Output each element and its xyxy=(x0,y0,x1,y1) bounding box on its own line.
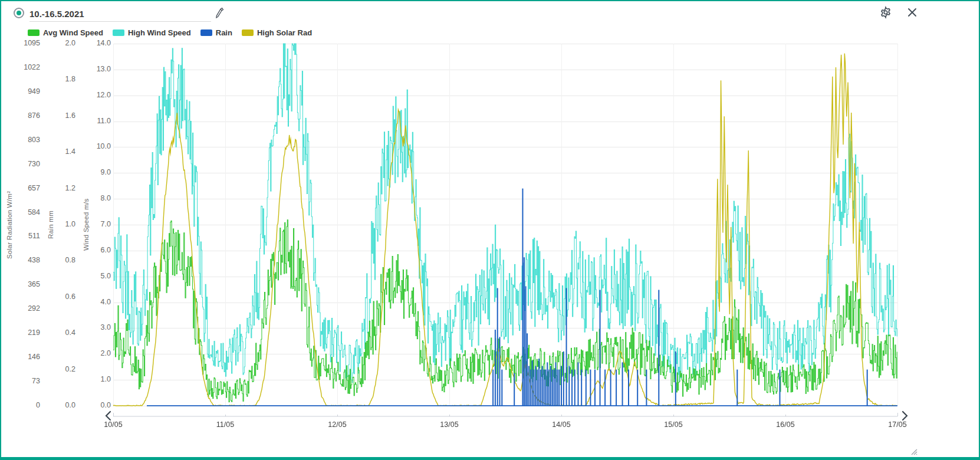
chevron-right-icon[interactable] xyxy=(900,410,909,421)
x-tick-label: 12/05 xyxy=(328,420,346,429)
x-tick-label: 11/05 xyxy=(216,420,234,429)
chart-plot-area[interactable] xyxy=(1,1,980,460)
chevron-left-icon[interactable] xyxy=(104,410,113,421)
x-tick-label: 10/05 xyxy=(104,420,122,429)
x-tick-label: 15/05 xyxy=(664,420,682,429)
time-scrollbar-track[interactable] xyxy=(113,413,899,420)
x-tick-label: 16/05 xyxy=(776,420,794,429)
resize-grip-icon[interactable] xyxy=(910,447,917,455)
x-tick-label: 17/05 xyxy=(888,420,906,429)
chart-widget-window: 10.-16.5.2021 Avg Wind SpeedHigh Wind Sp… xyxy=(0,0,980,460)
x-tick-label: 13/05 xyxy=(440,420,458,429)
x-tick-label: 14/05 xyxy=(552,420,570,429)
